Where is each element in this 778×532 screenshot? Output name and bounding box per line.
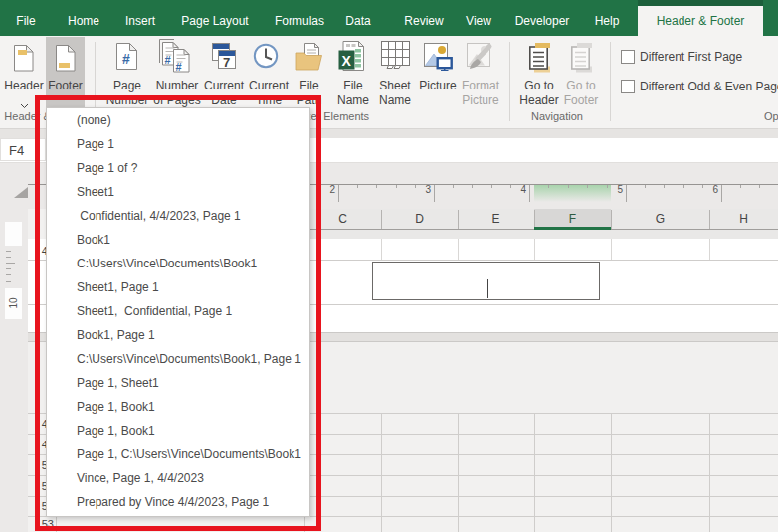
svg-text:#: #: [165, 54, 171, 66]
svg-text:#: #: [122, 51, 130, 67]
svg-text:X: X: [342, 53, 352, 69]
svg-text:7: 7: [223, 55, 230, 70]
svg-text:#: #: [176, 61, 182, 73]
